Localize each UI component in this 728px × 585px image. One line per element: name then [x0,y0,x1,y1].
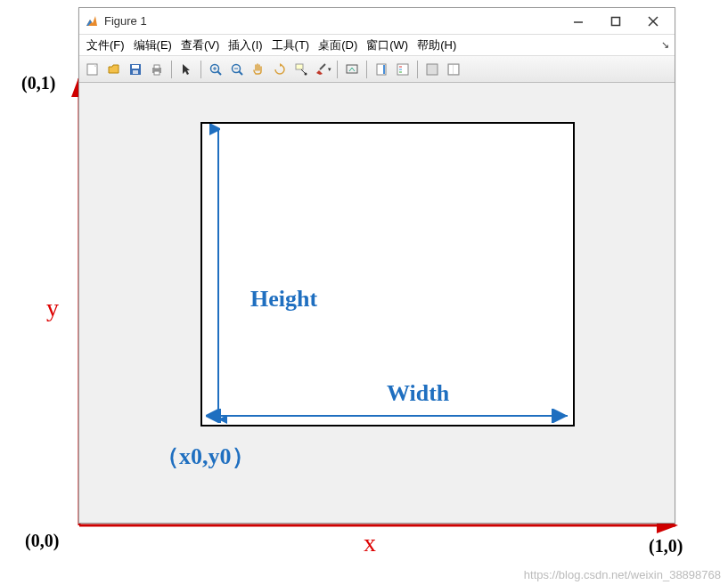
menu-window[interactable]: 窗口(W) [363,36,412,55]
colorbar-icon[interactable] [372,60,391,79]
width-label: Width [387,380,449,407]
height-arrow [209,124,227,425]
svg-line-18 [239,71,242,75]
height-label: Height [250,286,317,313]
svg-rect-20 [296,64,303,69]
width-arrow [202,407,573,425]
toolbar-separator [200,61,201,78]
menu-insert[interactable]: 插入(I) [225,36,266,55]
svg-line-14 [217,71,221,75]
legend-icon[interactable] [393,60,413,79]
toolbar: ▾ [79,56,675,83]
svg-rect-24 [347,65,357,73]
menubar: 文件(F) 编辑(E) 查看(V) 插入(I) 工具(T) 桌面(D) 窗口(W… [79,35,675,56]
rotate-icon[interactable] [270,60,290,79]
show-plot-tools-icon[interactable] [444,60,463,79]
svg-point-22 [305,72,307,75]
corner-label-bottom-right: (1,0) [649,536,683,557]
menu-edit[interactable]: 编辑(E) [130,36,176,55]
watermark-text: https://blog.csdn.net/weixin_38898768 [524,568,721,581]
svg-rect-33 [449,65,453,74]
window-title: Figure 1 [104,14,566,28]
svg-rect-3 [612,17,620,25]
corner-label-top-left: (0,1) [21,73,55,93]
toolbar-separator [417,61,418,78]
minimize-button[interactable] [566,12,591,31]
window-controls [566,12,669,31]
print-icon[interactable] [147,60,167,79]
svg-line-23 [320,64,325,69]
menu-help[interactable]: 帮助(H) [413,36,460,55]
menu-file[interactable]: 文件(F) [83,36,128,55]
toolbar-separator [337,61,338,78]
new-figure-icon[interactable] [83,60,102,79]
figure-canvas: Height Width （x0,y0） [79,83,675,523]
close-button[interactable] [641,12,666,31]
x-axis-label: x [364,529,376,557]
matlab-icon [85,14,99,28]
menu-overflow-icon[interactable]: ↘ [661,39,669,51]
toolbar-separator [171,61,172,78]
zoom-in-icon[interactable] [206,60,225,79]
zoom-out-icon[interactable] [227,60,247,79]
hide-plot-tools-icon[interactable] [422,60,442,79]
maximize-button[interactable] [603,12,628,31]
open-icon[interactable] [104,60,124,79]
toolbar-separator [366,61,367,78]
svg-rect-34 [454,65,458,74]
svg-rect-26 [383,65,385,74]
menu-tools[interactable]: 工具(T) [268,36,314,55]
menu-view[interactable]: 查看(V) [177,36,223,55]
pointer-icon[interactable] [176,60,196,79]
origin-label: （x0,y0） [156,441,255,472]
svg-rect-11 [154,65,160,69]
menu-desktop[interactable]: 桌面(D) [315,36,361,55]
figure-window: Figure 1 文件(F) 编辑(E) 查看(V) 插入(I) 工具(T) 桌… [78,7,675,524]
svg-rect-8 [132,65,139,69]
svg-rect-31 [427,64,438,75]
svg-rect-27 [397,64,408,75]
pan-icon[interactable] [249,60,268,79]
svg-rect-12 [154,71,160,75]
link-icon[interactable] [342,60,362,79]
titlebar: Figure 1 [79,8,675,35]
svg-rect-9 [133,70,138,74]
y-axis-label: y [46,294,59,322]
brush-icon[interactable]: ▾ [313,60,332,79]
save-icon[interactable] [126,60,145,79]
corner-label-bottom-left: (0,0) [25,531,59,551]
data-cursor-icon[interactable] [291,60,311,79]
